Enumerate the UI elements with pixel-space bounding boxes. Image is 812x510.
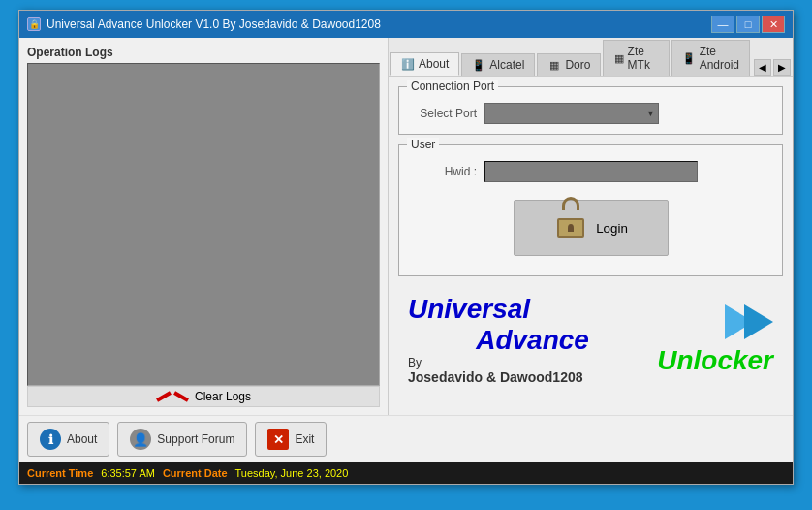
date-label: Current Date	[163, 467, 228, 479]
brand-authors: Josedavido & Dawood1208	[408, 369, 657, 385]
tab-zteandroid[interactable]: 📱 Zte Android	[671, 40, 750, 76]
tab-ztemtk[interactable]: ▦ Zte MTk	[603, 40, 669, 76]
about-button-icon: ℹ	[40, 429, 61, 450]
left-panel: Operation Logs Clear Logs	[19, 38, 388, 415]
lock-keyhole	[568, 224, 574, 232]
main-window: 🔒 Universal Advance Unlocker V1.0 By Jos…	[18, 10, 794, 485]
about-button[interactable]: ℹ About	[27, 422, 109, 457]
tab-doro[interactable]: ▦ Doro	[537, 53, 601, 76]
login-label: Login	[596, 221, 628, 236]
select-port-label: Select Port	[409, 107, 477, 120]
exit-button-label: Exit	[295, 432, 314, 446]
select-port-input[interactable]	[484, 103, 659, 124]
hwid-input	[484, 161, 698, 182]
tab-ztemtk-label: Zte MTk	[628, 45, 659, 72]
ztemtk-tab-icon: ▦	[613, 51, 623, 65]
right-content: Connection Port Select Port User	[389, 77, 793, 415]
doro-tab-icon: ▦	[547, 58, 561, 72]
connection-port-section: Connection Port Select Port	[398, 86, 783, 135]
tab-alcatel[interactable]: 📱 Alcatel	[461, 53, 535, 76]
exit-icon: ✕	[267, 429, 289, 450]
tab-doro-label: Doro	[565, 58, 590, 72]
about-button-label: About	[67, 432, 97, 446]
hwid-label: Hwid :	[409, 165, 477, 178]
window-title: Universal Advance Unlocker V1.0 By Josed…	[47, 17, 381, 31]
time-value: 6:35:57 AM	[101, 467, 155, 479]
branding-area: Universal Advance By Josedavido & Dawood…	[398, 286, 783, 393]
tab-scroll-right[interactable]: ▶	[773, 59, 791, 76]
right-panel: ℹ️ About 📱 Alcatel ▦ Doro ▦ Zte MTk 📱	[388, 38, 793, 415]
title-bar-controls: — □ ✕	[711, 16, 785, 33]
branding-text: Universal Advance By Josedavido & Dawood…	[408, 294, 657, 385]
zteandroid-tab-icon: 📱	[682, 51, 696, 65]
brand-universal: Universal	[408, 294, 657, 325]
brand-advance: Advance	[408, 325, 657, 356]
alcatel-tab-icon: 📱	[472, 58, 485, 72]
user-section: User Hwid : Log	[398, 144, 783, 276]
select-port-wrapper	[484, 103, 659, 124]
title-bar: 🔒 Universal Advance Unlocker V1.0 By Jos…	[19, 11, 793, 38]
date-value: Tuesday, June 23, 2020	[235, 467, 349, 479]
status-bar: Current Time 6:35:57 AM Current Date Tue…	[19, 462, 793, 484]
hwid-row: Hwid :	[409, 161, 772, 182]
arrow-right-2	[744, 304, 773, 339]
red-line-2	[173, 391, 189, 401]
tab-about[interactable]: ℹ️ About	[390, 52, 459, 76]
lock-icon	[553, 210, 588, 245]
support-forum-label: Support Forum	[157, 432, 234, 446]
operation-logs-label: Operation Logs	[27, 46, 380, 59]
app-icon: 🔒	[27, 17, 41, 31]
minimize-button[interactable]: —	[711, 16, 734, 33]
support-forum-icon: 👤	[130, 429, 151, 450]
login-button[interactable]: Login	[514, 200, 669, 256]
tab-alcatel-label: Alcatel	[489, 58, 524, 72]
maximize-button[interactable]: □	[736, 16, 760, 33]
tab-about-label: About	[419, 57, 449, 71]
red-line-1	[156, 391, 172, 401]
about-tab-icon: ℹ️	[401, 57, 415, 71]
lock-shackle	[562, 197, 579, 210]
clear-logs-label: Clear Logs	[195, 390, 251, 403]
time-label: Current Time	[27, 467, 93, 479]
title-bar-left: 🔒 Universal Advance Unlocker V1.0 By Jos…	[27, 17, 381, 31]
tab-scroll-left[interactable]: ◀	[754, 59, 771, 76]
support-forum-button[interactable]: 👤 Support Forum	[117, 422, 247, 457]
clear-icon	[156, 395, 189, 398]
clear-logs-button[interactable]: Clear Logs	[27, 386, 380, 407]
log-area	[27, 63, 380, 386]
tabs-bar: ℹ️ About 📱 Alcatel ▦ Doro ▦ Zte MTk 📱	[389, 38, 793, 77]
lock-body	[557, 218, 584, 238]
tab-zteandroid-label: Zte Android	[700, 45, 739, 72]
bottom-buttons: ℹ About 👤 Support Forum ✕ Exit	[19, 415, 793, 462]
exit-button[interactable]: ✕ Exit	[255, 422, 327, 457]
main-content: Operation Logs Clear Logs ℹ️ About 📱	[19, 38, 793, 415]
select-port-row: Select Port	[409, 103, 772, 124]
brand-by: By	[408, 356, 657, 369]
brand-arrow	[725, 303, 773, 341]
close-button[interactable]: ✕	[762, 16, 785, 33]
brand-unlocker: Unlocker	[657, 345, 773, 376]
connection-port-title: Connection Port	[407, 80, 498, 93]
user-section-title: User	[407, 138, 439, 151]
